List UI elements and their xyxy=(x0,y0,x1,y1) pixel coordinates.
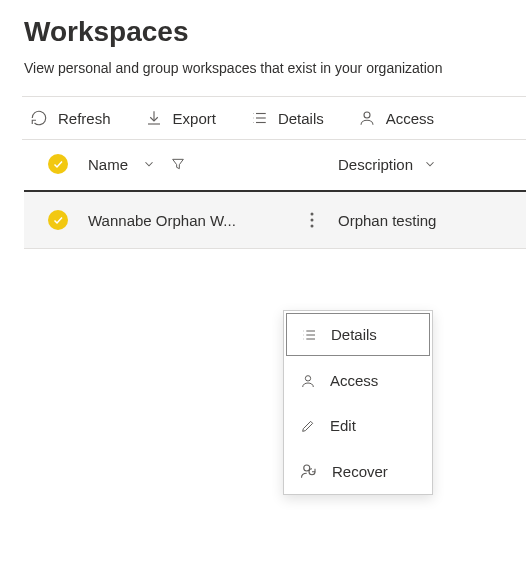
pencil-icon xyxy=(300,418,316,434)
context-menu-item-label: Access xyxy=(330,372,378,389)
page-title: Workspaces xyxy=(24,16,526,48)
chevron-down-icon[interactable] xyxy=(423,157,437,171)
page-subtitle: View personal and group workspaces that … xyxy=(24,60,526,76)
row-checkbox[interactable] xyxy=(48,210,68,230)
column-header-description[interactable]: Description xyxy=(338,156,413,173)
table-row[interactable]: Wannabe Orphan W... Orphan testing xyxy=(24,192,526,249)
person-icon xyxy=(358,109,376,127)
refresh-icon xyxy=(30,109,48,127)
download-icon xyxy=(145,109,163,127)
svg-point-8 xyxy=(311,219,314,222)
access-label: Access xyxy=(386,110,434,127)
chevron-down-icon[interactable] xyxy=(142,157,156,171)
filter-icon[interactable] xyxy=(170,156,186,172)
export-label: Export xyxy=(173,110,216,127)
table-header: Name Description xyxy=(24,140,526,192)
recover-icon xyxy=(300,462,318,480)
list-icon xyxy=(250,109,268,127)
column-header-name[interactable]: Name xyxy=(88,156,128,173)
row-description: Orphan testing xyxy=(338,212,436,229)
access-button[interactable]: Access xyxy=(354,107,438,129)
person-icon xyxy=(300,373,316,389)
list-icon xyxy=(301,327,317,343)
svg-point-16 xyxy=(305,375,310,380)
toolbar: Refresh Export Details xyxy=(22,96,526,140)
details-button[interactable]: Details xyxy=(246,107,328,129)
svg-point-9 xyxy=(311,225,314,228)
more-options-icon[interactable] xyxy=(310,212,314,228)
refresh-label: Refresh xyxy=(58,110,111,127)
details-label: Details xyxy=(278,110,324,127)
context-menu-item-label: Edit xyxy=(330,417,356,434)
context-menu-details[interactable]: Details xyxy=(286,313,430,356)
export-button[interactable]: Export xyxy=(141,107,220,129)
context-menu-access[interactable]: Access xyxy=(284,358,432,403)
refresh-button[interactable]: Refresh xyxy=(26,107,115,129)
context-menu-recover[interactable]: Recover xyxy=(284,448,432,494)
context-menu-edit[interactable]: Edit xyxy=(284,403,432,448)
row-name: Wannabe Orphan W... xyxy=(88,212,236,229)
select-all-checkbox[interactable] xyxy=(48,154,68,174)
svg-point-6 xyxy=(364,112,370,118)
context-menu: Details Access Edit Recover xyxy=(283,310,433,495)
svg-point-7 xyxy=(311,213,314,216)
context-menu-item-label: Recover xyxy=(332,463,388,480)
context-menu-item-label: Details xyxy=(331,326,377,343)
